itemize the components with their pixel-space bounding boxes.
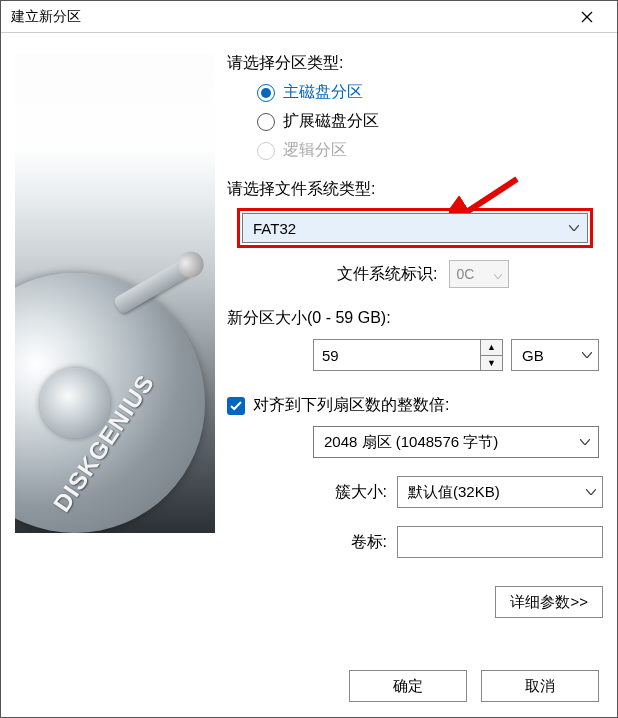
radio-icon (257, 113, 275, 131)
align-checkbox-label: 对齐到下列扇区数的整数倍: (253, 395, 449, 416)
cluster-size-select[interactable]: 默认值(32KB) (397, 476, 603, 508)
radio-label: 逻辑分区 (283, 140, 347, 161)
ok-button-label: 确定 (393, 677, 423, 696)
volume-label-input[interactable] (397, 526, 603, 558)
align-checkbox-row[interactable]: 对齐到下列扇区数的整数倍: (227, 395, 603, 416)
dialog-footer: 确定 取消 (1, 661, 617, 717)
filesystem-select[interactable]: FAT32 (242, 213, 588, 243)
filesystem-type-label: 请选择文件系统类型: (227, 179, 603, 200)
partition-size-input[interactable]: 59 ▲ ▼ (313, 339, 503, 371)
detail-params-label: 详细参数>> (510, 593, 588, 612)
dialog-window: 建立新分区 DISKGENIUS 请选择分区类型: 主磁盘分区 扩展磁盘分区 (0, 0, 618, 718)
cancel-button-label: 取消 (525, 677, 555, 696)
radio-primary-partition[interactable]: 主磁盘分区 (257, 82, 603, 103)
partition-size-label: 新分区大小(0 - 59 GB): (227, 308, 603, 329)
filesystem-id-row: 文件系统标识: 0C (227, 260, 603, 288)
radio-label: 主磁盘分区 (283, 82, 363, 103)
checkbox-checked-icon (227, 397, 245, 415)
chevron-down-icon (586, 489, 596, 495)
spinner-down-button[interactable]: ▼ (481, 356, 502, 371)
spinner-up-button[interactable]: ▲ (481, 340, 502, 356)
align-sector-select[interactable]: 2048 扇区 (1048576 字节) (313, 426, 599, 458)
filesystem-select-highlight: FAT32 (237, 208, 593, 248)
window-title: 建立新分区 (11, 8, 565, 26)
cluster-size-row: 簇大小: 默认值(32KB) (227, 476, 603, 508)
chevron-down-icon (580, 439, 590, 445)
size-unit-value: GB (522, 347, 544, 364)
filesystem-select-value: FAT32 (253, 220, 296, 237)
filesystem-id-label: 文件系统标识: (337, 264, 437, 285)
hdd-platter-graphic (15, 273, 205, 533)
cancel-button[interactable]: 取消 (481, 670, 599, 702)
partition-size-value: 59 (314, 340, 480, 370)
cluster-size-value: 默认值(32KB) (408, 483, 500, 502)
chevron-down-icon (494, 266, 502, 282)
partition-type-radio-group: 主磁盘分区 扩展磁盘分区 逻辑分区 (257, 82, 603, 161)
radio-extended-partition[interactable]: 扩展磁盘分区 (257, 111, 603, 132)
detail-params-button[interactable]: 详细参数>> (495, 586, 603, 618)
filesystem-id-select: 0C (449, 260, 509, 288)
cluster-size-label: 簇大小: (227, 482, 387, 503)
close-icon (581, 11, 593, 23)
volume-label-label: 卷标: (227, 532, 387, 553)
sidebar-illustration: DISKGENIUS (15, 53, 215, 533)
chevron-down-icon (582, 352, 592, 358)
size-unit-select[interactable]: GB (511, 339, 599, 371)
ok-button[interactable]: 确定 (349, 670, 467, 702)
align-sector-value: 2048 扇区 (1048576 字节) (324, 433, 498, 452)
dialog-body: DISKGENIUS 请选择分区类型: 主磁盘分区 扩展磁盘分区 逻辑分区 请选… (1, 33, 617, 661)
size-spinner: ▲ ▼ (480, 340, 502, 370)
detail-button-row: 详细参数>> (227, 586, 603, 618)
radio-label: 扩展磁盘分区 (283, 111, 379, 132)
align-select-row: 2048 扇区 (1048576 字节) (313, 426, 603, 458)
chevron-down-icon (569, 225, 579, 231)
radio-icon (257, 142, 275, 160)
radio-logical-partition: 逻辑分区 (257, 140, 603, 161)
close-button[interactable] (565, 2, 609, 32)
radio-icon (257, 84, 275, 102)
filesystem-id-value: 0C (456, 266, 474, 282)
titlebar: 建立新分区 (1, 1, 617, 33)
volume-label-row: 卷标: (227, 526, 603, 558)
partition-size-row: 59 ▲ ▼ GB (313, 339, 603, 371)
form-area: 请选择分区类型: 主磁盘分区 扩展磁盘分区 逻辑分区 请选择文件系统类型: (227, 53, 603, 649)
partition-type-label: 请选择分区类型: (227, 53, 603, 74)
